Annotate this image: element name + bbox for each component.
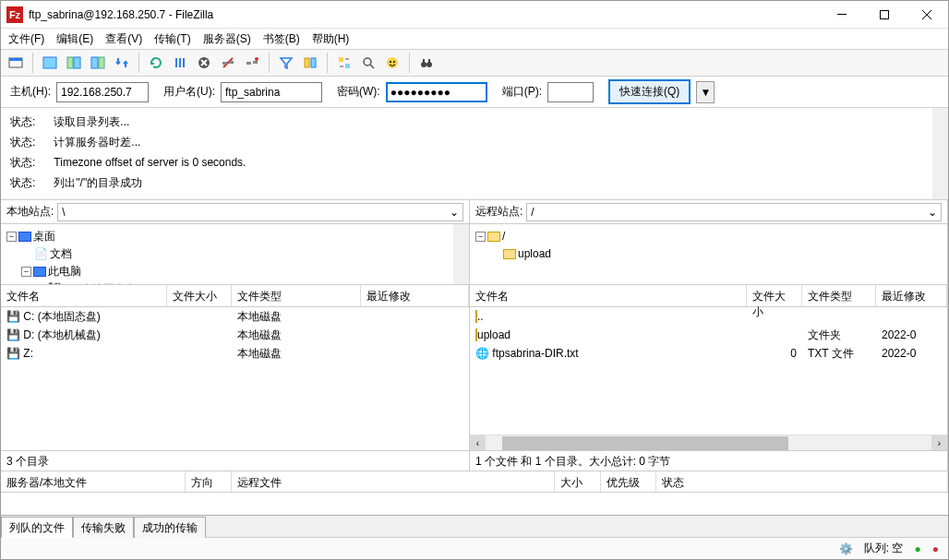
message-log[interactable]: 状态:读取目录列表... 状态:计算服务器时差... 状态:Timezone o… [1,108,948,200]
collapse-icon[interactable]: − [21,267,31,277]
svg-rect-15 [222,62,227,65]
separator [409,53,410,73]
svg-rect-6 [43,57,56,68]
tab-success[interactable]: 成功的传输 [134,517,206,538]
menu-edit[interactable]: 编辑(E) [51,30,99,49]
menubar: 文件(F) 编辑(E) 查看(V) 传输(T) 服务器(S) 书签(B) 帮助(… [1,29,948,49]
svg-point-19 [255,57,258,61]
menu-transfer[interactable]: 传输(T) [149,30,196,49]
menu-help[interactable]: 帮助(H) [306,30,355,49]
close-button[interactable] [906,1,948,29]
svg-point-27 [390,61,391,63]
queue-body[interactable] [1,493,948,515]
local-tree[interactable]: −桌面 📄文档 −此电脑 +💾C: (本地固态盘) [1,224,469,285]
host-input[interactable] [56,82,149,102]
menu-view[interactable]: 查看(V) [100,30,148,49]
separator [269,53,270,73]
sync-icon[interactable] [333,52,355,74]
tree-scrollbar[interactable] [453,224,469,284]
site-manager-icon[interactable] [5,52,27,74]
expand-icon[interactable]: + [36,284,46,285]
col-server[interactable]: 服务器/本地文件 [1,471,186,492]
chevron-down-icon: ⌄ [928,206,937,219]
username-input[interactable] [221,82,322,102]
menu-file[interactable]: 文件(F) [3,30,50,49]
svg-rect-32 [428,59,430,63]
col-modified[interactable]: 最近修改 [361,285,469,306]
toggle-queue-icon[interactable] [111,52,133,74]
local-list-header[interactable]: 文件名 文件大小 文件类型 最近修改 [1,285,469,307]
folder-icon [503,249,516,259]
col-remote[interactable]: 远程文件 [232,471,555,492]
tree-item-root[interactable]: / [502,228,505,245]
maximize-button[interactable] [863,1,906,29]
col-name[interactable]: 文件名 [1,285,167,306]
filter-icon[interactable] [275,52,297,74]
menu-server[interactable]: 服务器(S) [198,30,257,49]
drive-icon: 💾 [6,310,20,323]
binoculars-icon[interactable] [415,52,438,74]
port-label: 端口(P): [502,84,542,100]
remote-hscrollbar[interactable]: ‹› [470,435,947,450]
col-size[interactable]: 文件大小 [167,285,232,306]
reconnect-icon[interactable] [241,52,263,74]
search-icon[interactable] [357,52,379,74]
tree-item-desktop[interactable]: 桌面 [33,228,55,245]
log-scrollbar[interactable] [932,108,948,199]
local-site-combo[interactable]: \⌄ [57,203,463,221]
quickconnect-bar: 主机(H): 用户名(U): 密码(W): 端口(P): 快速连接(Q) ▼ [1,77,948,108]
compare-icon[interactable] [299,52,321,74]
svg-point-26 [387,57,398,68]
warning-icon: ⚙️ [839,542,853,555]
log-line: 计算服务器时差... [54,132,140,152]
list-item: 💾 Z:本地磁盘 [1,344,469,363]
quickconnect-button[interactable]: 快速连接(Q) [608,79,691,104]
toggle-log-icon[interactable] [39,52,61,74]
col-direction[interactable]: 方向 [186,471,232,492]
queue-header[interactable]: 服务器/本地文件 方向 远程文件 大小 优先级 状态 [1,471,948,493]
log-line: Timezone offset of server is 0 seconds. [54,152,246,173]
menu-bookmarks[interactable]: 书签(B) [258,30,306,49]
tree-item-documents[interactable]: 文档 [50,245,72,263]
col-type[interactable]: 文件类型 [232,285,361,306]
quickconnect-dropdown[interactable]: ▼ [696,81,715,103]
remote-site-combo[interactable]: /⌄ [526,203,942,221]
process-queue-icon[interactable] [169,52,191,74]
col-size[interactable]: 文件大小 [747,285,802,306]
tree-item-cdrive[interactable]: C: (本地固态盘) [64,280,140,285]
svg-rect-17 [246,62,251,65]
toggle-remote-tree-icon[interactable] [87,52,109,74]
log-label: 状态: [10,173,35,193]
collapse-icon[interactable]: − [6,232,17,242]
remote-tree[interactable]: −/ upload [470,224,947,285]
log-line: 列出"/"的目录成功 [54,173,142,193]
tab-failed[interactable]: 传输失败 [73,517,134,538]
col-priority[interactable]: 优先级 [601,471,656,492]
queue-status: 队列: 空 [864,541,904,556]
col-status[interactable]: 状态 [656,471,948,492]
col-modified[interactable]: 最近修改 [876,285,947,306]
collapse-icon[interactable]: − [475,232,486,242]
cancel-icon[interactable] [193,52,215,74]
remote-site-row: 远程站点: /⌄ [470,200,947,224]
port-input[interactable] [547,82,594,102]
split-panes: 本地站点: \⌄ −桌面 📄文档 −此电脑 +💾C: (本地固态盘) 文件名 文… [1,200,948,471]
local-list-body[interactable]: 💾 C: (本地固态盘)本地磁盘 💾 D: (本地机械盘)本地磁盘 💾 Z:本地… [1,307,469,450]
tree-item-thispc[interactable]: 此电脑 [48,263,81,280]
toggle-local-tree-icon[interactable] [63,52,85,74]
col-type[interactable]: 文件类型 [802,285,876,306]
col-name[interactable]: 文件名 [470,285,747,306]
smiley-icon[interactable] [381,52,403,74]
refresh-icon[interactable] [145,52,167,74]
minimize-button[interactable] [821,1,863,29]
tree-item-upload[interactable]: upload [518,245,551,263]
col-size[interactable]: 大小 [555,471,601,492]
separator [327,53,328,73]
tab-queued[interactable]: 列队的文件 [1,517,73,538]
remote-list-header[interactable]: 文件名 文件大小 文件类型 最近修改 [470,285,947,307]
status-bar: ⚙️ 队列: 空 ● ● [1,537,948,559]
remote-list-body[interactable]: .. upload文件夹2022-0 🌐 ftpsabrina-DIR.txt0… [470,307,947,435]
password-input[interactable] [386,82,487,102]
document-icon: 📄 [34,245,48,263]
disconnect-icon[interactable] [217,52,239,74]
